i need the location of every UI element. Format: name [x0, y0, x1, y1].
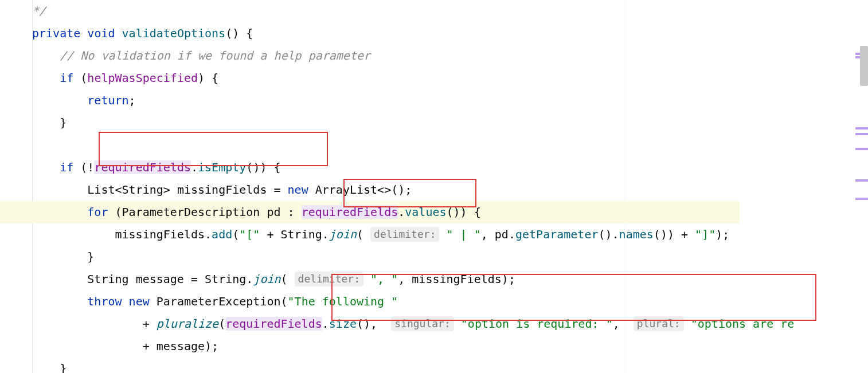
code-line[interactable]: private void validateOptions() {: [0, 22, 740, 45]
punct: ): [232, 26, 239, 40]
string-literal: ", ": [370, 272, 398, 286]
type: String: [281, 227, 322, 241]
type: String: [87, 272, 128, 286]
punct: .: [509, 227, 515, 241]
type: ParameterException: [157, 295, 281, 308]
punct: (: [598, 227, 605, 241]
variable: pd: [267, 205, 280, 219]
field-ref: requiredFields: [94, 160, 191, 174]
parameter-hint: singular:: [391, 316, 454, 331]
punct: .: [205, 227, 212, 241]
variable: missingFields: [115, 227, 205, 241]
field-ref: requiredFields: [302, 205, 398, 219]
punct: .: [191, 160, 198, 174]
punct: ): [253, 160, 260, 174]
punct: ): [205, 339, 212, 353]
punct: {: [274, 160, 281, 174]
keyword: for: [87, 205, 108, 219]
punct: ): [260, 160, 267, 174]
code-line[interactable]: if (helpWasSpecified) {: [0, 67, 740, 89]
punct: (: [281, 272, 288, 286]
code-line[interactable]: + message);: [0, 335, 740, 358]
punct: +: [681, 227, 688, 241]
keyword: private: [32, 26, 80, 40]
punct: ;: [509, 272, 515, 286]
punct: (: [225, 26, 232, 40]
code-line[interactable]: String message = String.join( delimiter:…: [0, 268, 740, 290]
code-line[interactable]: }: [0, 246, 740, 268]
punct: (: [654, 227, 660, 241]
code-line[interactable]: if (!requiredFields.isEmpty()) {: [0, 156, 740, 179]
method-call: add: [212, 227, 232, 241]
method-call: join: [253, 272, 280, 286]
variable: message: [136, 272, 184, 286]
parameter-hint: delimiter:: [295, 272, 363, 286]
method-call: pluralize: [157, 317, 218, 331]
punct: ): [660, 227, 667, 241]
code-line[interactable]: }: [0, 358, 740, 373]
punct: ): [667, 227, 674, 241]
punct: +: [143, 317, 150, 331]
punct: .: [322, 317, 329, 331]
code-line[interactable]: */: [0, 0, 740, 22]
string-literal: " | ": [447, 227, 481, 241]
punct: (: [447, 205, 453, 219]
punct: ,: [613, 317, 627, 331]
punct: (: [391, 183, 398, 197]
punct: +: [267, 227, 273, 241]
string-literal: "]": [695, 227, 715, 241]
punct: .: [246, 272, 253, 286]
punct: ;: [405, 183, 412, 197]
method-call: getParameter: [515, 227, 599, 241]
punct: (: [80, 160, 87, 174]
keyword: if: [60, 160, 73, 174]
punct: (: [232, 227, 239, 241]
punct: }: [87, 250, 94, 264]
type: String: [122, 183, 163, 197]
punct: !: [87, 160, 94, 174]
code-line[interactable]: [0, 134, 740, 156]
punct: (: [115, 205, 122, 219]
punct: ): [398, 183, 405, 197]
punct: ;: [129, 93, 136, 107]
code-line[interactable]: }: [0, 112, 740, 134]
method-name: validateOptions: [122, 26, 226, 40]
punct: ): [460, 205, 467, 219]
string-literal: are re: [746, 317, 794, 331]
punct: ): [605, 227, 612, 241]
variable: pd: [495, 227, 509, 241]
punct: {: [474, 205, 481, 219]
scrollbar-thumb[interactable]: [860, 46, 868, 86]
variable: missingFields: [412, 272, 502, 286]
type: List: [87, 183, 115, 197]
punct: ): [453, 205, 460, 219]
punct: {: [246, 26, 253, 40]
punct: =: [184, 272, 205, 286]
parameter-hint: delimiter:: [370, 227, 439, 242]
code-line[interactable]: return;: [0, 89, 740, 112]
punct: ,: [398, 272, 412, 286]
code-line[interactable]: missingFields.add("[" + String.join( del…: [0, 223, 740, 246]
punct: ): [198, 71, 205, 85]
punct: ): [502, 272, 509, 286]
parameter-hint: plural:: [634, 316, 684, 331]
code-editor[interactable]: */ private void validateOptions() { // N…: [0, 0, 740, 373]
punct: ;: [212, 339, 218, 353]
scrollbar-track[interactable]: [860, 0, 868, 373]
punct: (: [218, 317, 225, 331]
code-line[interactable]: // No validation if we found a help para…: [0, 45, 740, 67]
method-call: isEmpty: [198, 160, 246, 174]
field-ref: helpWasSpecified: [87, 71, 198, 85]
keyword: void: [87, 26, 115, 40]
punct: .: [398, 205, 405, 219]
keyword: new: [288, 183, 308, 197]
code-line[interactable]: List<String> missingFields = new ArrayLi…: [0, 179, 740, 201]
method-call: values: [405, 205, 446, 219]
variable: missingFields: [177, 183, 267, 197]
code-line[interactable]: throw new ParameterException("The follow…: [0, 290, 740, 313]
punct: .: [322, 227, 329, 241]
code-line[interactable]: + pluralize(requiredFields.size(), singu…: [0, 313, 740, 335]
punct: }: [60, 362, 67, 373]
string-literal: "option is required: ": [461, 317, 613, 331]
code-line[interactable]: for (ParameterDescription pd : requiredF…: [0, 201, 740, 223]
